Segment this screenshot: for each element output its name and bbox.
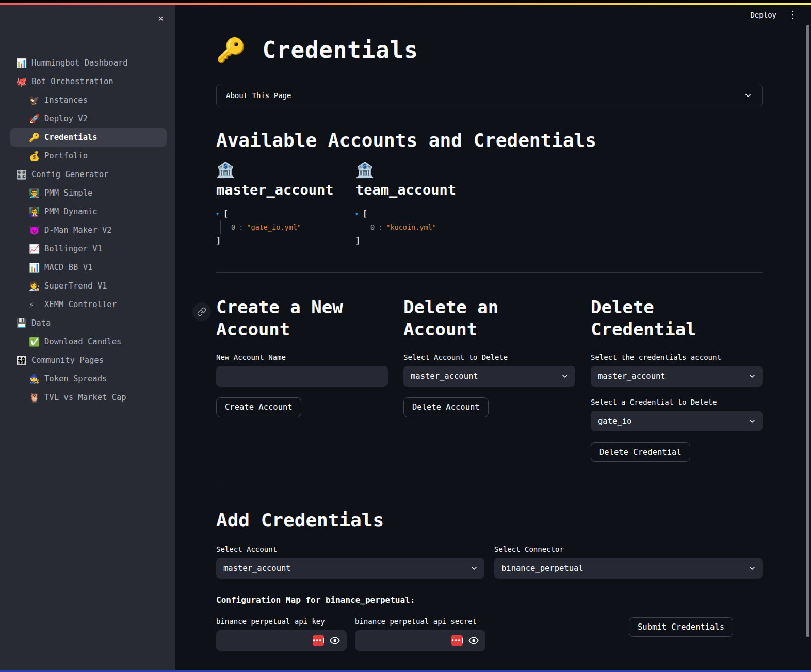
sidebar-item-label: Bollinger V1 (44, 244, 102, 253)
select-connector-label: Select Connector (494, 545, 763, 554)
sidebar-item-credentials[interactable]: 🔑 Credentials (10, 128, 167, 147)
about-this-page-expander[interactable]: About This Page (216, 84, 763, 107)
sidebar-item-portfolio[interactable]: 💰 Portfolio (10, 147, 167, 165)
create-account-column: Create a New Account New Account Name Cr… (216, 296, 388, 462)
sidebar-item-label: Download Candles (44, 337, 121, 346)
sidebar-item-supertrend-v1[interactable]: 🧑‍🎨 SuperTrend V1 (10, 277, 167, 295)
sidebar-item-hummingbot-dashboard[interactable]: 📊 Hummingbot Dashboard (10, 54, 167, 72)
top-gradient-bar (0, 3, 811, 5)
sidebar-item-label: Config Generator (31, 170, 108, 179)
new-account-name-input[interactable] (216, 366, 388, 387)
bracket-open: [ (363, 207, 367, 220)
json-viewer: ▼ [ 0:"gate_io.yml" ] (216, 207, 355, 247)
sidebar-item-label: TVL vs Market Cap (44, 393, 126, 402)
sidebar-item-label: Data (31, 318, 51, 328)
sidebar-item-community-pages[interactable]: 👨‍👩‍👧‍👦 Community Pages (10, 351, 167, 370)
json-entry: 0:"gate_io.yml" (220, 220, 355, 234)
sidebar-item-token-spreads[interactable]: 🧙 Token Spreads (10, 370, 167, 388)
imp-face-icon: 👿 (29, 225, 41, 235)
credentials-account-select[interactable]: master_account (591, 366, 763, 387)
json-colon: : (378, 223, 382, 231)
sidebar-item-macd-bb-v1[interactable]: 📊 MACD BB V1 (10, 258, 167, 277)
anchor-link-icon[interactable] (192, 302, 211, 321)
chevron-down-icon (743, 91, 753, 100)
deploy-button[interactable]: Deploy (750, 11, 776, 19)
close-sidebar-button[interactable]: ✕ (154, 11, 168, 25)
delete-credential-button[interactable]: Delete Credential (591, 442, 690, 462)
select-account-group: Select Account master_account (216, 545, 484, 579)
password-manager-icon[interactable]: ••• (313, 635, 324, 646)
collapse-triangle-icon[interactable]: ▼ (355, 207, 363, 220)
delete-account-button[interactable]: Delete Account (403, 397, 489, 417)
money-bag-icon: 💰 (29, 151, 41, 161)
account-actions-columns: Create a New Account New Account Name Cr… (216, 296, 763, 462)
woman-teacher-icon: 👩‍🏫 (29, 206, 41, 217)
collapse-triangle-icon[interactable]: ▼ (216, 207, 223, 220)
select-account-label: Select Account (216, 545, 484, 554)
sidebar-item-pmm-simple[interactable]: 👨‍🏫 PMM Simple (10, 184, 167, 202)
sidebar-item-tvl-vs-market-cap[interactable]: 🦉 TVL vs Market Cap (10, 388, 167, 407)
overflow-menu-icon[interactable]: ⋮ (788, 10, 798, 20)
sidebar-item-xemm-controller[interactable]: ⚡ XEMM Controller (10, 295, 167, 314)
account-to-delete-select[interactable]: master_account (403, 366, 575, 387)
bracket-open: [ (223, 207, 228, 220)
key-icon: 🔑 (216, 38, 246, 62)
sidebar-item-data[interactable]: 💾 Data (10, 314, 167, 332)
chart-increasing-icon: 📈 (29, 244, 41, 254)
sidebar-item-label: PMM Dynamic (44, 207, 98, 216)
sidebar-item-bollinger-v1[interactable]: 📈 Bollinger V1 (10, 239, 167, 258)
api-key-input[interactable] (216, 630, 347, 651)
account-name: master_account (216, 181, 355, 199)
add-credentials-account-select[interactable]: master_account (216, 558, 484, 579)
api-secret-input[interactable] (355, 630, 485, 651)
check-mark-icon: ✅ (29, 337, 41, 347)
credentials-account-label: Select the credentials account (591, 353, 763, 362)
json-string-value: "gate_io.yml" (247, 223, 301, 231)
password-manager-icon[interactable]: ••• (451, 635, 463, 646)
top-toolbar: Deploy ⋮ (750, 10, 798, 20)
selected-value: binance_perpetual (501, 564, 583, 573)
sidebar-item-label: Deploy V2 (44, 114, 88, 123)
connector-select[interactable]: binance_perpetual (494, 558, 763, 579)
delete-credential-column: Delete Credential Select the credentials… (591, 296, 763, 462)
selected-value: master_account (411, 372, 478, 381)
submit-credentials-button[interactable]: Submit Credentials (629, 617, 733, 637)
artist-icon: 🧑‍🎨 (29, 281, 41, 291)
sidebar-item-config-generator[interactable]: 🎛️ Config Generator (10, 165, 167, 184)
sidebar: ✕ 📊 Hummingbot Dashboard 🐙 Bot Orchestra… (0, 5, 175, 670)
scrollbar-thumb[interactable] (806, 25, 809, 637)
submit-wrap: Submit Credentials (629, 617, 733, 637)
selected-value: master_account (223, 564, 291, 573)
sidebar-item-download-candles[interactable]: ✅ Download Candles (10, 332, 167, 351)
new-account-name-label: New Account Name (216, 353, 388, 362)
floppy-disk-icon: 💾 (16, 318, 28, 328)
add-credentials-heading: Add Credentials (216, 509, 763, 532)
chevron-down-icon (561, 372, 569, 380)
eye-icon[interactable] (329, 635, 340, 646)
json-viewer: ▼ [ 0:"kucoin.yml" ] (355, 207, 495, 247)
sidebar-item-label: Community Pages (31, 356, 104, 365)
json-string-value: "kucoin.yml" (386, 223, 436, 231)
add-credentials-selects-row: Select Account master_account Select Con… (216, 545, 763, 579)
page-title: Credentials (262, 37, 418, 63)
create-account-heading: Create a New Account (216, 296, 388, 341)
app-window: ✕ 📊 Hummingbot Dashboard 🐙 Bot Orchestra… (0, 0, 811, 672)
eye-icon[interactable] (468, 635, 479, 646)
sidebar-item-label: Portfolio (44, 151, 88, 161)
credential-to-delete-select[interactable]: gate_io (591, 411, 763, 431)
sidebar-item-label: Hummingbot Dashboard (31, 58, 128, 68)
sidebar-item-d-man-maker-v2[interactable]: 👿 D-Man Maker V2 (10, 221, 167, 239)
selected-value: master_account (598, 372, 666, 381)
expander-label: About This Page (226, 91, 291, 100)
chevron-down-icon (470, 564, 478, 572)
bank-icon: 🏦 (355, 161, 495, 179)
json-index: 0 (370, 223, 375, 231)
chevron-down-icon (748, 372, 756, 380)
key-icon: 🔑 (29, 132, 41, 142)
sidebar-item-deploy-v2[interactable]: 🚀 Deploy V2 (10, 109, 167, 128)
control-knobs-icon: 🎛️ (16, 169, 28, 180)
create-account-button[interactable]: Create Account (216, 397, 301, 417)
sidebar-item-instances[interactable]: 🦅 Instances (10, 91, 167, 109)
sidebar-item-pmm-dynamic[interactable]: 👩‍🏫 PMM Dynamic (10, 202, 167, 221)
sidebar-item-bot-orchestration[interactable]: 🐙 Bot Orchestration (10, 72, 167, 91)
